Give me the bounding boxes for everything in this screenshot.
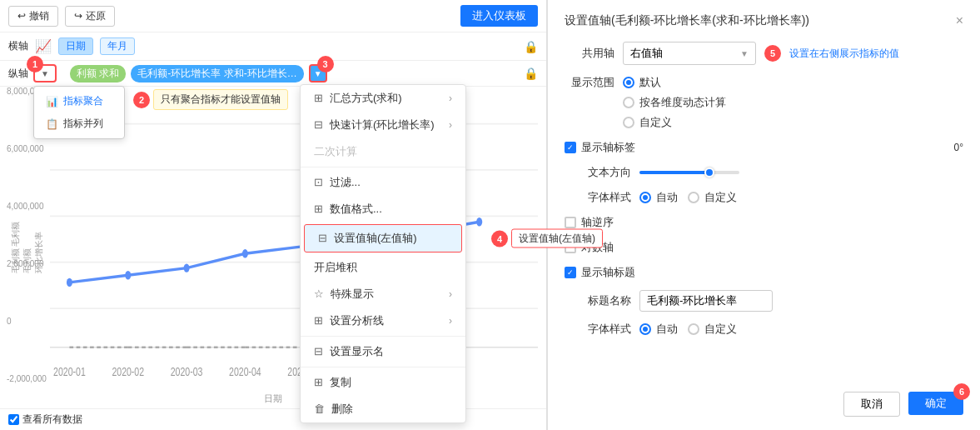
menu-delete[interactable]: 🗑删除	[301, 396, 465, 422]
arrow-icon-2: ›	[449, 119, 452, 131]
display-range-radio-group: 默认 按各维度动态计算 自定义	[623, 75, 726, 130]
display-range-row: 显示范围 默认 按各维度动态计算 自定义	[565, 75, 963, 130]
font-style-row: 字体样式 自动 自定义	[565, 190, 963, 205]
radio-auto[interactable]: 按各维度动态计算	[623, 95, 726, 110]
font-auto-radio[interactable]: 自动	[639, 190, 678, 205]
chevron-down-icon: ▼	[41, 69, 49, 78]
panel-title: 设置值轴(毛利额-环比增长率(求和-环比增长率))	[565, 13, 809, 28]
svg-text:2020-04: 2020-04	[229, 364, 261, 379]
annotation-2-container: 2 只有聚合指标才能设置值轴	[133, 89, 288, 110]
value-axis-tooltip: 设置值轴(左值轴)	[511, 229, 603, 248]
svg-text:2020-02: 2020-02	[112, 364, 144, 379]
svg-point-7	[125, 271, 131, 279]
menu-copy[interactable]: ⊞复制	[301, 369, 465, 396]
dashboard-button[interactable]: 进入仪表板	[460, 5, 538, 27]
step-badge-2: 2	[133, 92, 150, 108]
title-font-custom-radio[interactable]: 自定义	[688, 322, 737, 337]
step-badge-3: 3	[317, 56, 334, 72]
h-axis-config: 横轴 📈 日期 年月 🔒	[0, 32, 546, 61]
axis-chip-2[interactable]: 毛利额-环比增长率 求和-环比增长…	[131, 65, 303, 82]
title-font-style-row: 字体样式 自动 自定义	[565, 322, 963, 337]
indicator-popup: 📊 指标聚合 📋 指标并列	[33, 86, 125, 139]
menu-stack[interactable]: 开启堆积	[301, 254, 465, 281]
annotation-2-text: 只有聚合指标才能设置值轴	[153, 89, 288, 110]
axis-reverse-row: 轴逆序	[565, 215, 963, 230]
close-button[interactable]: ×	[956, 13, 963, 28]
text-direction-label: 文本方向	[581, 165, 631, 180]
panel-header: 设置值轴(毛利额-环比增长率(求和-环比增长率)) ×	[565, 13, 963, 28]
common-axis-row: 共用轴 右值轴 ▼ 5 设置在右侧展示指标的值	[565, 42, 963, 65]
check-all-label[interactable]: 查看所有数据	[8, 412, 82, 427]
svg-point-13	[476, 218, 482, 226]
menu-filter[interactable]: ⊡过滤...	[301, 169, 465, 196]
font-custom-dot	[688, 192, 699, 203]
indicator-parallel-item[interactable]: 📋 指标并列	[34, 112, 124, 135]
font-custom-radio[interactable]: 自定义	[688, 190, 737, 205]
axis-reverse-check[interactable]: 轴逆序	[565, 215, 614, 230]
chart-type-icon: 📈	[35, 38, 52, 54]
v-axis-row: 纵轴 ▼ 1 📊 指标聚合 📋 指标并列	[0, 61, 546, 87]
text-direction-row: 文本方向	[565, 165, 963, 180]
arrow-icon-1: ›	[449, 92, 452, 104]
v-lock-icon: 🔒	[524, 67, 538, 80]
menu-number-format[interactable]: ⊞数值格式...	[301, 196, 465, 222]
show-axis-label-check[interactable]: 显示轴标签	[565, 140, 635, 155]
cancel-button[interactable]: 取消	[843, 392, 900, 417]
redo-button[interactable]: ↪ 还原	[65, 6, 115, 27]
check-all-input[interactable]	[8, 414, 19, 425]
menu-set-display-name[interactable]: ⊟设置显示名	[301, 338, 465, 365]
title-name-row: 标题名称	[565, 290, 963, 312]
arrow-icon-4: ›	[449, 315, 452, 327]
axis-chip-1[interactable]: 利额 求和	[70, 65, 126, 82]
show-axis-title-checkbox	[565, 267, 576, 278]
svg-text:2020-01: 2020-01	[53, 364, 86, 379]
slider-thumb[interactable]	[704, 168, 714, 178]
quick-calc-icon: ⊟	[314, 118, 323, 131]
menu-quick-calc[interactable]: ⊟快速计算(环比增长率) ›	[301, 112, 465, 138]
title-font-auto-radio[interactable]: 自动	[639, 322, 678, 337]
indicator-aggregate-item[interactable]: 📊 指标聚合	[34, 90, 124, 112]
radio-dot-default	[623, 77, 634, 88]
menu-divider-1	[301, 167, 465, 168]
axis-chips-container: 利额 求和 毛利额-环比增长率 求和-环比增长… ▼ 3	[70, 64, 327, 82]
svg-point-6	[67, 278, 72, 287]
month-tag[interactable]: 年月	[100, 38, 135, 55]
lock-icon: 🔒	[524, 40, 538, 53]
title-name-input[interactable]	[639, 290, 773, 312]
radio-custom[interactable]: 自定义	[623, 115, 726, 130]
step-badge-6: 6	[953, 383, 970, 400]
parallel-icon: 📋	[46, 118, 58, 130]
radio-dot-auto	[623, 97, 634, 108]
hint-text: 设置在右侧展示指标的值	[789, 47, 899, 61]
menu-set-value-axis[interactable]: ⊟设置值轴(左值轴) 4 设置值轴(左值轴)	[304, 224, 462, 252]
v-axis-label: 纵轴	[8, 67, 28, 81]
redo-icon: ↪	[74, 10, 82, 22]
axis-icon: ⊟	[318, 232, 327, 244]
radio-default[interactable]: 默认	[623, 75, 726, 90]
svg-point-8	[184, 263, 190, 272]
undo-button[interactable]: ↩ 撤销	[8, 6, 58, 27]
show-axis-title-check[interactable]: 显示轴标题	[565, 265, 635, 280]
x-axis-name: 日期	[264, 392, 282, 405]
menu-analysis-line[interactable]: ⊞设置分析线 ›	[301, 308, 465, 334]
menu-secondary-calc: 二次计算	[301, 138, 465, 165]
panel-footer: 取消 确定 6	[565, 383, 963, 417]
text-direction-slider[interactable]	[639, 171, 739, 174]
date-tag[interactable]: 日期	[58, 38, 93, 55]
menu-divider-2	[301, 336, 465, 337]
h-axis-label: 横轴	[8, 39, 28, 53]
axis-reverse-checkbox	[565, 217, 576, 228]
show-axis-checkbox	[565, 142, 576, 153]
svg-text:2020-03: 2020-03	[171, 364, 203, 379]
menu-summary[interactable]: ⊞汇总方式(求和) ›	[301, 85, 465, 112]
copy-icon: ⊞	[314, 376, 323, 388]
common-axis-select[interactable]: 右值轴 ▼	[623, 42, 756, 65]
select-arrow-icon: ▼	[740, 49, 749, 58]
common-axis-label: 共用轴	[565, 46, 614, 61]
title-font-style-label: 字体样式	[581, 322, 631, 337]
svg-point-9	[242, 249, 248, 258]
delete-icon: 🗑	[314, 402, 325, 415]
title-font-auto-dot	[639, 323, 651, 335]
context-menu: ⊞汇总方式(求和) › ⊟快速计算(环比增长率) › 二次计算 ⊡过滤... ⊞…	[300, 84, 466, 423]
menu-special-display[interactable]: ☆特殊显示 ›	[301, 281, 465, 308]
